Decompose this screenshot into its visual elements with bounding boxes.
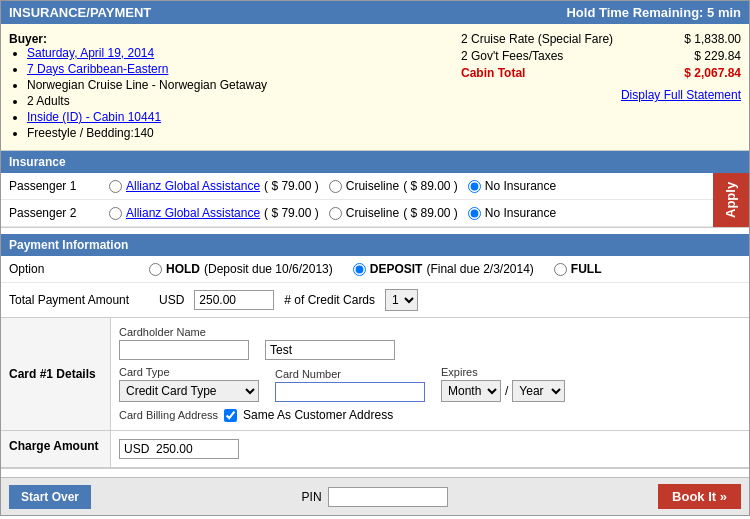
pin-label: PIN xyxy=(302,490,322,504)
card-type-group: Card Type Credit Card Type Visa MasterCa… xyxy=(119,366,259,402)
passenger2-allianz[interactable]: Allianz Global Assistance ( $ 79.00 ) xyxy=(109,206,319,220)
total-payment-label: Total Payment Amount xyxy=(9,293,149,307)
govt-fees-value: $ 229.84 xyxy=(694,49,741,63)
hold-label: HOLD xyxy=(166,262,200,276)
passenger2-options: Allianz Global Assistance ( $ 79.00 ) Cr… xyxy=(109,206,741,220)
passenger1-cruiseline[interactable]: Cruiseline ( $ 89.00 ) xyxy=(329,179,458,193)
full-radio[interactable] xyxy=(554,263,567,276)
year-select[interactable]: Year 201420152016 201720182019 xyxy=(512,380,565,402)
last-name-group xyxy=(265,326,395,360)
deposit-option[interactable]: DEPOSIT (Final due 2/3/2014) xyxy=(353,262,534,276)
list-item: Freestyle / Bedding:140 xyxy=(27,126,451,140)
list-item: 2 Adults xyxy=(27,94,451,108)
passenger1-no-insurance-radio[interactable] xyxy=(468,180,481,193)
cardholder-name-group: Cardholder Name xyxy=(119,326,249,360)
full-label: FULL xyxy=(571,262,602,276)
full-option[interactable]: FULL xyxy=(554,262,602,276)
cabin-total-value: $ 2,067.84 xyxy=(684,66,741,80)
deposit-radio[interactable] xyxy=(353,263,366,276)
passenger2-label: Passenger 2 xyxy=(9,206,109,220)
passenger2-no-insurance[interactable]: No Insurance xyxy=(468,206,556,220)
passenger1-no-insurance[interactable]: No Insurance xyxy=(468,179,556,193)
start-over-button[interactable]: Start Over xyxy=(9,485,91,509)
payment-options: HOLD (Deposit due 10/6/2013) DEPOSIT (Fi… xyxy=(149,262,741,276)
card-number-label: Card Number xyxy=(275,368,425,380)
expires-label: Expires xyxy=(441,366,565,378)
payment-header: Payment Information xyxy=(1,234,749,256)
allianz-price-p2: ( $ 79.00 ) xyxy=(264,206,319,220)
buyer-list: Saturday, April 19, 2014 7 Days Caribbea… xyxy=(9,46,451,140)
card-fields: Cardholder Name Card Type Credit Card Ty… xyxy=(111,318,749,430)
passenger1-allianz[interactable]: Allianz Global Assistance ( $ 79.00 ) xyxy=(109,179,319,193)
list-item: Saturday, April 19, 2014 xyxy=(27,46,451,60)
passenger2-cruiseline[interactable]: Cruiseline ( $ 89.00 ) xyxy=(329,206,458,220)
num-cards-select[interactable]: 1 2 3 xyxy=(385,289,418,311)
slash-separator: / xyxy=(505,384,508,398)
cardholder-name-input[interactable] xyxy=(119,340,249,360)
apply-button[interactable]: Apply xyxy=(713,173,749,227)
charge-amount-input[interactable] xyxy=(119,439,239,459)
charge-row: Charge Amount xyxy=(1,431,749,468)
cruise-rate-label: 2 Cruise Rate (Special Fare) xyxy=(461,32,623,46)
pricing: 2 Cruise Rate (Special Fare) $ 1,838.00 … xyxy=(461,32,741,142)
passenger2-cruiseline-radio[interactable] xyxy=(329,207,342,220)
passenger2-allianz-radio[interactable] xyxy=(109,207,122,220)
passenger1-cruiseline-radio[interactable] xyxy=(329,180,342,193)
display-full-area: Display Full Statement xyxy=(461,88,741,102)
pin-input[interactable] xyxy=(328,487,448,507)
card-number-input[interactable] xyxy=(275,382,425,402)
list-item: Norwegian Cruise Line - Norwegian Getawa… xyxy=(27,78,451,92)
month-select[interactable]: Month 010203 040506 070809 101112 xyxy=(441,380,501,402)
passenger1-allianz-radio[interactable] xyxy=(109,180,122,193)
passenger1-options: Allianz Global Assistance ( $ 79.00 ) Cr… xyxy=(109,179,741,193)
buyer-label: Buyer: xyxy=(9,32,47,46)
cruiseline-price-p1: ( $ 89.00 ) xyxy=(403,179,458,193)
charge-value xyxy=(111,431,749,467)
date-link[interactable]: Saturday, April 19, 2014 xyxy=(27,46,154,60)
card-billing-row: Card Billing Address Same As Customer Ad… xyxy=(119,408,741,422)
insurance-header: Insurance xyxy=(1,151,749,173)
display-full-link[interactable]: Display Full Statement xyxy=(621,88,741,102)
payment-section: Payment Information Option HOLD (Deposit… xyxy=(1,234,749,469)
allianz-price-p1: ( $ 79.00 ) xyxy=(264,179,319,193)
last-name-input[interactable] xyxy=(265,340,395,360)
total-payment-row: Total Payment Amount USD # of Credit Car… xyxy=(1,283,749,318)
card-type-label: Card Type xyxy=(119,366,259,378)
card-type-select[interactable]: Credit Card Type Visa MasterCard America… xyxy=(119,380,259,402)
cruise-name-link[interactable]: 7 Days Caribbean-Eastern xyxy=(27,62,168,76)
allianz-link-p2[interactable]: Allianz Global Assistance xyxy=(126,206,260,220)
passenger2-no-insurance-radio[interactable] xyxy=(468,207,481,220)
pricing-row-2: 2 Gov't Fees/Taxes $ 229.84 xyxy=(461,49,741,63)
cabin-total-label: Cabin Total xyxy=(461,66,535,80)
no-insurance-label-p1: No Insurance xyxy=(485,179,556,193)
adults: 2 Adults xyxy=(27,94,70,108)
cardholder-name-label: Cardholder Name xyxy=(119,326,249,338)
usd-label: USD xyxy=(159,293,184,307)
page-title: INSURANCE/PAYMENT xyxy=(9,5,151,20)
book-it-button[interactable]: Book It » xyxy=(658,484,741,509)
allianz-link-p1[interactable]: Allianz Global Assistance xyxy=(126,179,260,193)
no-insurance-label-p2: No Insurance xyxy=(485,206,556,220)
main-container: INSURANCE/PAYMENT Hold Time Remaining: 5… xyxy=(0,0,750,516)
expires-selects: Month 010203 040506 070809 101112 / Year… xyxy=(441,380,565,402)
hold-time: Hold Time Remaining: 5 min xyxy=(566,5,741,20)
hold-option[interactable]: HOLD (Deposit due 10/6/2013) xyxy=(149,262,333,276)
same-as-customer-checkbox[interactable] xyxy=(224,409,237,422)
option-label: Option xyxy=(9,262,149,276)
list-item: Inside (ID) - Cabin 10441 xyxy=(27,110,451,124)
buyer-info: Buyer: Saturday, April 19, 2014 7 Days C… xyxy=(9,32,461,142)
cruise-rate-value: $ 1,838.00 xyxy=(684,32,741,46)
passenger1-row: Passenger 1 Allianz Global Assistance ( … xyxy=(1,173,749,200)
card-details-row: Card #1 Details Cardholder Name Card Typ… xyxy=(1,318,749,431)
charge-label: Charge Amount xyxy=(1,431,111,467)
hold-detail: (Deposit due 10/6/2013) xyxy=(204,262,333,276)
pricing-row-3: Cabin Total $ 2,067.84 xyxy=(461,66,741,80)
cruiseline-label-p2: Cruiseline xyxy=(346,206,399,220)
billing-label: Card Billing Address xyxy=(119,409,218,421)
govt-fees-label: 2 Gov't Fees/Taxes xyxy=(461,49,573,63)
cabin-link[interactable]: Inside (ID) - Cabin 10441 xyxy=(27,110,161,124)
hold-radio[interactable] xyxy=(149,263,162,276)
list-item: 7 Days Caribbean-Eastern xyxy=(27,62,451,76)
header-bar: INSURANCE/PAYMENT Hold Time Remaining: 5… xyxy=(1,1,749,24)
total-amount-input[interactable] xyxy=(194,290,274,310)
